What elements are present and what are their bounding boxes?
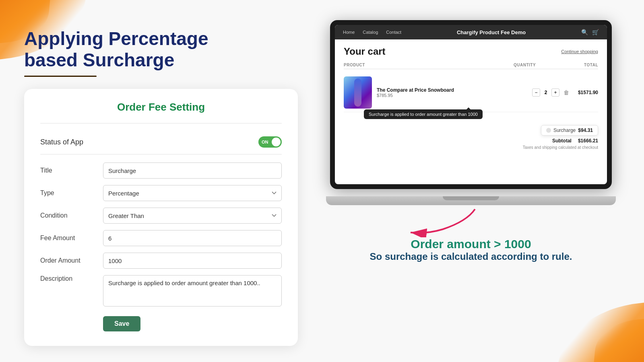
subtotal-row: Subtotal $1666.21 — [344, 138, 598, 144]
quantity-increase-btn[interactable]: + — [551, 88, 559, 97]
surcharge-row: Surcharge $94.31 — [344, 125, 598, 136]
card-divider — [40, 123, 282, 123]
description-label: Description — [40, 275, 97, 282]
arrow-container — [330, 205, 612, 237]
subtotal-value: $1666.21 — [578, 138, 598, 144]
order-amount-input[interactable] — [103, 253, 282, 269]
type-label: Type — [40, 189, 97, 197]
laptop-base — [326, 196, 616, 205]
continue-shopping-link[interactable]: Continue shopping — [561, 49, 598, 54]
title-input[interactable] — [103, 162, 282, 179]
surcharge-label: Surcharge — [553, 128, 576, 133]
bottom-text: Order amount > 1000 So surchage is calcu… — [370, 237, 572, 262]
delete-item-btn[interactable]: 🗑 — [564, 89, 569, 96]
cart-icon[interactable]: 🛒 — [592, 29, 599, 35]
subtotal-label: Subtotal — [552, 138, 572, 144]
toggle-thumb — [272, 138, 281, 146]
surcharge-badge: Surcharge $94.31 — [541, 125, 598, 136]
surcharge-rule-line: So surchage is calculated according to r… — [370, 251, 572, 262]
product-price: $785.95 — [377, 93, 527, 98]
arrow-svg — [402, 205, 483, 237]
laptop-mockup: Home Catalog Contact Chargify Product Fe… — [330, 20, 612, 205]
type-select[interactable]: Percentage Fixed — [103, 185, 282, 201]
product-name: The Compare at Price Snowboard — [377, 87, 527, 93]
condition-row: Condition Greater Than Less Than Equal T… — [40, 208, 282, 224]
nav-icons: 🔍 🛒 — [581, 29, 599, 35]
description-row: Description Surcharge is applied to orde… — [40, 275, 282, 306]
fee-amount-row: Fee Amount — [40, 230, 282, 246]
nav-catalog[interactable]: Catalog — [363, 30, 378, 35]
right-panel: Home Catalog Contact Chargify Product Fe… — [322, 16, 620, 346]
browser-window: Home Catalog Contact Chargify Product Fe… — [335, 25, 607, 184]
col-total: TOTAL — [584, 63, 598, 67]
status-row: Status of App ON — [40, 132, 282, 154]
description-textarea[interactable]: Surcharge is applied to order amount gre… — [103, 275, 282, 306]
save-button[interactable]: Save — [103, 316, 140, 331]
nav-contact[interactable]: Contact — [386, 30, 401, 35]
product-image — [344, 76, 372, 109]
title-row: Title — [40, 162, 282, 179]
fee-amount-input[interactable] — [103, 230, 282, 246]
left-panel: Applying Percentage based Surcharge Orde… — [24, 16, 298, 346]
col-product: PRODUCT — [344, 63, 365, 67]
cart-item-row: The Compare at Price Snowboard $785.95 −… — [344, 73, 598, 112]
surcharge-amount: $94.31 — [578, 128, 593, 133]
cart-title: Your cart — [344, 46, 386, 57]
cart-totals: Surcharge $94.31 Subtotal $1666.21 Taxes… — [344, 122, 598, 150]
tax-note: Taxes and shipping calculated at checkou… — [344, 145, 598, 150]
surcharge-tooltip: Surcharge is applied to order amount gre… — [364, 109, 483, 119]
col-quantity: QUANTITY — [514, 63, 536, 67]
title-label: Title — [40, 167, 97, 174]
quantity-controls: − 2 + 🗑 — [532, 88, 569, 97]
cart-header: Your cart Continue shopping — [344, 46, 598, 57]
nav-home[interactable]: Home — [343, 30, 355, 35]
product-info: The Compare at Price Snowboard $785.95 — [377, 87, 527, 98]
condition-label: Condition — [40, 212, 97, 219]
fee-amount-label: Fee Amount — [40, 234, 97, 242]
title-underline — [24, 76, 97, 77]
nav-brand: Chargify Product Fee Demo — [409, 29, 573, 35]
cart-column-headers: PRODUCT QUANTITY TOTAL — [344, 61, 598, 69]
condition-select[interactable]: Greater Than Less Than Equal To — [103, 208, 282, 224]
surcharge-dot — [546, 128, 551, 133]
quantity-value: 2 — [543, 90, 549, 95]
card-title: Order Fee Setting — [40, 101, 282, 113]
item-total: $1571.90 — [574, 90, 598, 95]
status-toggle[interactable]: ON — [258, 136, 282, 148]
search-icon[interactable]: 🔍 — [581, 29, 588, 35]
order-amount-label: Order Amount — [40, 257, 97, 264]
store-nav: Home Catalog Contact Chargify Product Fe… — [335, 25, 607, 39]
order-amount-row: Order Amount — [40, 253, 282, 269]
cart-content: Your cart Continue shopping PRODUCT QUAN… — [335, 39, 607, 156]
order-amount-line: Order amount > 1000 — [370, 237, 572, 251]
main-title: Applying Percentage based Surcharge — [24, 28, 298, 71]
snowboard-shape — [354, 78, 361, 107]
type-row: Type Percentage Fixed — [40, 185, 282, 201]
settings-card: Order Fee Setting Status of App ON Title — [24, 89, 298, 346]
laptop-screen: Home Catalog Contact Chargify Product Fe… — [330, 20, 612, 189]
quantity-decrease-btn[interactable]: − — [532, 88, 540, 97]
toggle-on-label: ON — [262, 140, 268, 144]
status-label: Status of App — [40, 138, 83, 146]
